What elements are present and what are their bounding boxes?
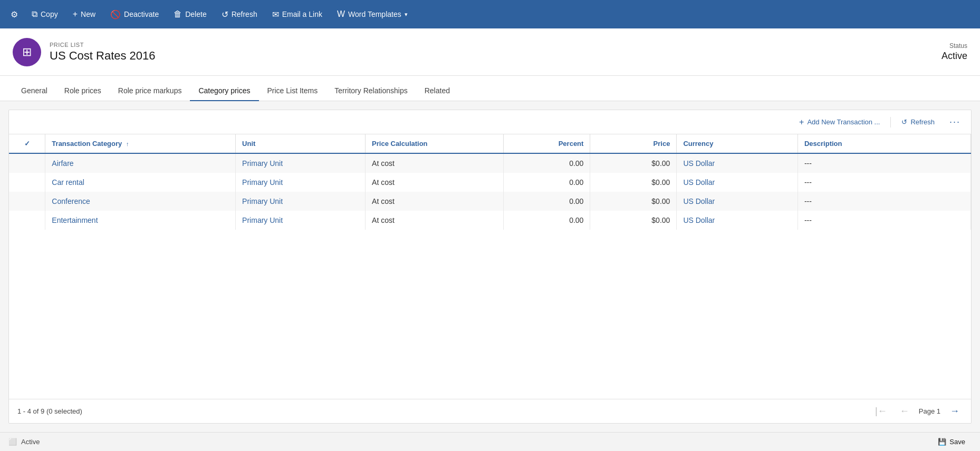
prev-page-button[interactable]: ← — [897, 405, 912, 418]
save-icon: 💾 — [938, 438, 946, 446]
table-body: Airfare Primary Unit At cost 0.00 $0.00 … — [9, 153, 971, 230]
price-header[interactable]: Price — [590, 134, 677, 153]
email-link-button[interactable]: ✉ Email a Link — [266, 6, 329, 23]
row-price-calc-3: At cost — [366, 211, 504, 230]
sort-icon: ↑ — [126, 141, 129, 147]
tab-general[interactable]: General — [13, 81, 56, 101]
pagination-controls: |← ← Page 1 → — [872, 405, 963, 418]
data-table-wrap: ✓ Transaction Category ↑ Unit Price Calc… — [9, 134, 971, 399]
row-unit-0[interactable]: Primary Unit — [236, 153, 366, 173]
add-icon: + — [799, 117, 804, 127]
chevron-down-icon: ▾ — [405, 11, 408, 18]
status-area: Status Active — [941, 42, 967, 62]
delete-icon: 🗑 — [174, 9, 182, 19]
status-bar-right: 💾 Save — [931, 436, 972, 448]
row-category-0[interactable]: Airfare — [45, 153, 236, 173]
transaction-category-header[interactable]: Transaction Category ↑ — [45, 134, 236, 153]
description-header[interactable]: Description — [798, 134, 971, 153]
record-header: ⊞ PRICE LIST US Cost Rates 2016 Status A… — [0, 28, 980, 76]
new-button[interactable]: + New — [66, 6, 102, 22]
more-options-button[interactable]: ··· — [945, 114, 965, 130]
row-currency-2[interactable]: US Dollar — [677, 192, 798, 211]
row-currency-1[interactable]: US Dollar — [677, 173, 798, 192]
row-checkbox-1[interactable] — [9, 173, 45, 192]
record-type-label: PRICE LIST — [50, 42, 156, 48]
tab-territory-relationships[interactable]: Territory Relationships — [326, 81, 416, 101]
main-content: + Add New Transaction ... ↺ Refresh ··· … — [0, 101, 980, 432]
tab-category-prices[interactable]: Category prices — [190, 81, 258, 101]
new-label: New — [81, 10, 95, 18]
checkmark-icon: ✓ — [24, 140, 30, 148]
more-options-icon: ··· — [949, 116, 960, 128]
copy-button[interactable]: ⧉ Copy — [25, 6, 64, 22]
row-category-1[interactable]: Car rental — [45, 173, 236, 192]
word-templates-label: Word Templates — [348, 10, 401, 18]
row-unit-2[interactable]: Primary Unit — [236, 192, 366, 211]
row-unit-1[interactable]: Primary Unit — [236, 173, 366, 192]
avatar-icon: ⊞ — [22, 45, 32, 59]
unit-header[interactable]: Unit — [236, 134, 366, 153]
add-new-transaction-button[interactable]: + Add New Transaction ... — [795, 115, 884, 129]
table-row: Entertainment Primary Unit At cost 0.00 … — [9, 211, 971, 230]
settings-button[interactable]: ⚙ — [5, 6, 23, 23]
row-percent-3: 0.00 — [504, 211, 590, 230]
row-percent-2: 0.00 — [504, 192, 590, 211]
tab-role-price-markups[interactable]: Role price markups — [110, 81, 190, 101]
header-left: ⊞ PRICE LIST US Cost Rates 2016 — [13, 38, 156, 66]
row-description-1: --- — [798, 173, 971, 192]
row-currency-0[interactable]: US Dollar — [677, 153, 798, 173]
deactivate-button[interactable]: 🚫 Deactivate — [104, 6, 165, 23]
refresh-icon: ↺ — [222, 9, 228, 19]
row-checkbox-0[interactable] — [9, 153, 45, 173]
row-checkbox-3[interactable] — [9, 211, 45, 230]
select-all-header[interactable]: ✓ — [9, 134, 45, 153]
tab-role-prices[interactable]: Role prices — [56, 81, 110, 101]
row-percent-1: 0.00 — [504, 173, 590, 192]
tabs-bar: General Role prices Role price markups C… — [0, 76, 980, 101]
delete-label: Delete — [185, 10, 206, 18]
row-percent-0: 0.00 — [504, 153, 590, 173]
row-category-3[interactable]: Entertainment — [45, 211, 236, 230]
grid-refresh-icon: ↺ — [901, 118, 907, 126]
tab-related[interactable]: Related — [416, 81, 458, 101]
first-page-button[interactable]: |← — [872, 405, 890, 418]
delete-button[interactable]: 🗑 Delete — [167, 6, 213, 22]
currency-header[interactable]: Currency — [677, 134, 798, 153]
save-label: Save — [949, 438, 965, 446]
row-price-calc-0: At cost — [366, 153, 504, 173]
row-category-2[interactable]: Conference — [45, 192, 236, 211]
row-description-0: --- — [798, 153, 971, 173]
status-bar: ⬜ Active 💾 Save — [0, 432, 980, 451]
status-bar-text: Active — [21, 438, 40, 446]
deactivate-icon: 🚫 — [110, 9, 121, 19]
status-indicator-icon: ⬜ — [8, 438, 17, 446]
row-price-0: $0.00 — [590, 153, 677, 173]
price-calculation-header[interactable]: Price Calculation — [366, 134, 504, 153]
pagination-summary: 1 - 4 of 9 (0 selected) — [17, 407, 82, 415]
tab-price-list-items[interactable]: Price List Items — [259, 81, 326, 101]
table-row: Conference Primary Unit At cost 0.00 $0.… — [9, 192, 971, 211]
row-currency-3[interactable]: US Dollar — [677, 211, 798, 230]
grid-refresh-label: Refresh — [910, 118, 935, 126]
status-bar-left: ⬜ Active — [8, 438, 40, 446]
row-price-3: $0.00 — [590, 211, 677, 230]
word-icon: W — [337, 9, 345, 19]
grid-refresh-button[interactable]: ↺ Refresh — [897, 116, 939, 128]
table-row: Car rental Primary Unit At cost 0.00 $0.… — [9, 173, 971, 192]
refresh-button[interactable]: ↺ Refresh — [215, 6, 264, 23]
row-checkbox-2[interactable] — [9, 192, 45, 211]
save-button[interactable]: 💾 Save — [931, 436, 972, 448]
next-page-button[interactable]: → — [947, 405, 963, 418]
percent-header[interactable]: Percent — [504, 134, 590, 153]
email-label: Email a Link — [282, 10, 322, 18]
row-unit-3[interactable]: Primary Unit — [236, 211, 366, 230]
status-value: Active — [941, 51, 967, 62]
word-templates-button[interactable]: W Word Templates ▾ — [331, 6, 414, 22]
table-header-row: ✓ Transaction Category ↑ Unit Price Calc… — [9, 134, 971, 153]
pagination-bar: 1 - 4 of 9 (0 selected) |← ← Page 1 → — [9, 399, 971, 423]
grid-container: + Add New Transaction ... ↺ Refresh ··· … — [8, 110, 972, 424]
page-label: Page 1 — [919, 407, 940, 415]
copy-label: Copy — [41, 10, 58, 18]
row-price-calc-2: At cost — [366, 192, 504, 211]
row-price-1: $0.00 — [590, 173, 677, 192]
